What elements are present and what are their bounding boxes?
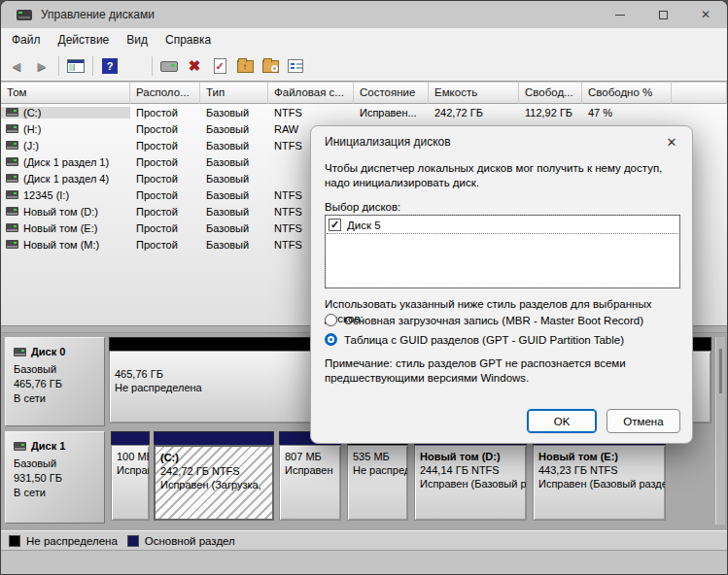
disk-icon [14,442,26,451]
disk-management-window: Управление дисками ✕ Файл Действие Вид С… [0,0,728,575]
disk-1-graph: 100 МБ Исправен (C:) 242,72 ГБ NTFS Испр… [109,431,711,524]
checkbox-checked-icon[interactable]: ✓ [329,219,341,231]
primary-partition-band [111,431,150,445]
help-icon: ? [102,58,118,74]
ok-button[interactable]: OK [527,409,597,433]
radio-gpt[interactable]: Таблица с GUID разделов (GPT - GUID Part… [325,333,624,346]
delete-button[interactable]: ✖ [183,54,206,78]
validate-document-icon: ✓ [214,58,226,74]
column-header-capacity[interactable]: Емкость [429,83,519,104]
column-header-free-pct[interactable]: Свободно % [582,83,672,104]
disk-0-type: Базовый [14,362,98,377]
disk-1-size: 931,50 ГБ [14,471,98,486]
properties-button[interactable] [284,54,307,78]
primary-partition-band [154,431,274,445]
partition-e[interactable]: Новый том (E:) 443,23 ГБ NTFS Исправен (… [533,431,666,524]
volume-row-c[interactable]: (C:) Простой Базовый NTFS Исправен... 24… [1,104,727,120]
folder-explore-button[interactable] [259,54,282,78]
legend-bar: Не распределена Основной раздел [1,530,727,550]
partition-535mb-unallocated[interactable]: 535 МБ Не распределена [347,431,408,524]
disk-5-item[interactable]: ✓ Диск 5 [327,217,678,234]
primary-partition-swatch [127,535,139,547]
folder-explore-icon [262,60,279,73]
radio-mbr[interactable]: Основная загрузочная запись (MBR - Maste… [325,314,643,326]
disk-0-size: 465,76 ГБ [14,377,98,391]
column-header-free[interactable]: Свобод... [519,83,582,104]
folder-up-button[interactable]: ↑ [233,54,257,78]
volume-icon [6,157,18,166]
disk-5-label: Диск 5 [347,220,381,231]
close-icon: ✕ [667,135,677,150]
menu-view[interactable]: Вид [118,29,156,51]
forward-icon: ► [35,58,49,74]
disk-1-type: Базовый [14,457,98,471]
partition-c-selected[interactable]: (C:) 242,72 ГБ NTFS Исправен (Загрузка, [154,431,274,524]
delete-icon: ✖ [189,57,201,75]
volume-icon [6,174,18,183]
action-pane-button[interactable] [123,54,147,78]
legend-unallocated: Не распределена [9,535,118,547]
partition-system-100mb[interactable]: 100 МБ Исправен [111,431,150,524]
minimize-icon [615,15,625,16]
volume-icon [6,108,18,117]
radio-mbr-label: Основная загрузочная запись (MBR - Maste… [344,315,643,326]
scrollbar-thumb[interactable] [719,349,722,393]
column-header-status[interactable]: Состояние [354,83,429,104]
disk-select-listbox[interactable]: ✓ Диск 5 [325,215,680,288]
dialog-note-text: Примечание: стиль разделов GPT не распоз… [325,356,680,386]
dialog-intro-text: Чтобы диспетчер локальных дисков мог пол… [325,161,680,190]
disk-0-info[interactable]: Диск 0 Базовый 465,76 ГБ В сети [5,337,105,426]
help-button[interactable]: ? [98,54,121,78]
magnifier-icon [271,65,278,72]
dialog-close-button[interactable]: ✕ [659,130,684,153]
toolbar-separator [92,56,93,76]
menu-action[interactable]: Действие [50,29,119,51]
disk-1-row: Диск 1 Базовый 931,50 ГБ В сети 100 МБ И… [5,431,711,524]
title-bar: Управление дисками ✕ [1,1,727,28]
dialog-title: Инициализация дисков [325,135,451,149]
column-header-layout[interactable]: Располо... [130,83,200,104]
disk-0-status: В сети [14,391,98,406]
volume-icon [6,207,18,216]
app-disk-icon [17,10,32,20]
folder-up-icon: ↑ [237,60,254,73]
column-header-type[interactable]: Тип [200,83,268,104]
disk-icon [14,348,26,356]
column-header-filler [672,83,727,104]
cancel-button[interactable]: Отмена [607,409,680,433]
disk-1-info[interactable]: Диск 1 Базовый 931,50 ГБ В сети [5,431,105,524]
partition-807mb[interactable]: 807 МБ Исправен [279,431,341,524]
console-tree-icon [67,59,85,73]
close-button[interactable]: ✕ [684,1,727,28]
properties-list-icon [288,59,303,73]
vertical-scrollbar[interactable] [715,337,725,524]
minimize-button[interactable] [599,1,641,28]
status-bar [1,550,727,575]
column-header-volume[interactable]: Том [1,83,130,104]
menu-help[interactable]: Справка [156,29,220,51]
radio-unselected-icon[interactable] [325,314,337,326]
menu-file[interactable]: Файл [3,29,50,51]
device-button[interactable] [157,54,181,78]
forward-button[interactable]: ► [30,54,53,78]
toolbar-separator [152,56,153,76]
toolbar: ◄ ► ? ✖ ✓ ↑ [1,51,727,82]
maximize-icon [659,11,668,19]
unallocated-swatch [9,535,20,547]
column-header-filesystem[interactable]: Файловая с... [268,83,354,104]
back-button[interactable]: ◄ [5,54,28,78]
toolbar-separator [58,56,59,76]
volume-icon [6,223,18,232]
radio-gpt-label: Таблица с GUID разделов (GPT - GUID Part… [344,334,624,346]
volume-icon [6,124,18,133]
device-icon [160,61,178,72]
validate-button[interactable]: ✓ [208,54,231,78]
radio-selected-icon[interactable] [325,333,337,346]
maximize-button[interactable] [641,1,684,28]
console-tree-button[interactable] [64,54,87,78]
close-icon: ✕ [701,8,711,21]
partition-d[interactable]: Новый том (D:) 244,14 ГБ NTFS Исправен (… [414,431,527,524]
menu-bar: Файл Действие Вид Справка [1,28,727,51]
initialize-disks-dialog: Инициализация дисков ✕ Чтобы диспетчер л… [310,125,693,444]
volume-icon [6,141,18,150]
